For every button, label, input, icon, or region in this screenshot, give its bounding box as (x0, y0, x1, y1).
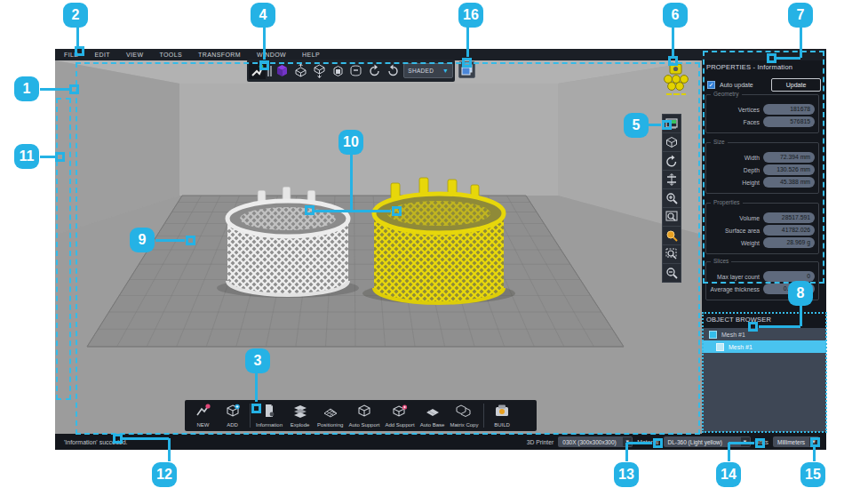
add-button[interactable]: ADD (218, 402, 247, 429)
zoom-region-icon[interactable] (662, 244, 681, 264)
front-view-icon[interactable] (330, 62, 346, 79)
width-value: 72.394 mm (763, 152, 815, 163)
vertices-value: 181678 (763, 104, 815, 115)
auto-base-button[interactable]: Auto Base (418, 402, 448, 429)
mesh-visibility-checkbox[interactable] (716, 343, 724, 351)
chevron-down-icon[interactable]: ▼ (741, 437, 750, 446)
weight-label: Weight (741, 240, 760, 246)
callout-line (40, 156, 55, 158)
chevron-down-icon[interactable]: ▼ (623, 437, 632, 446)
mesh-visibility-checkbox[interactable] (709, 331, 717, 339)
move-icon[interactable] (662, 170, 681, 189)
depth-value: 130.526 mm (763, 164, 815, 175)
chevron-down-icon: ▼ (442, 68, 449, 74)
callout-badge-6: 6 (663, 3, 688, 28)
printer-dropdown[interactable]: 030X (300x300x300) ▼ (558, 436, 633, 447)
matrix-copy-button[interactable]: Matrix Copy (447, 402, 481, 429)
view-cube-icon[interactable] (662, 132, 681, 152)
view-toolbar: SHADED ▼ (247, 60, 455, 82)
callout-badge-7: 7 (788, 3, 813, 28)
information-button[interactable]: Information (253, 402, 285, 429)
toolbar-separator (483, 404, 484, 428)
add-support-button[interactable]: Add Support (382, 402, 417, 429)
auto-update-label: Auto update (720, 82, 771, 88)
rotate-cw-view-icon[interactable] (385, 62, 402, 79)
zoom-window-icon[interactable] (662, 207, 681, 227)
zoom-highlight-icon[interactable] (662, 226, 681, 245)
toolbar-separator (250, 404, 251, 428)
callout-badge-2: 2 (63, 3, 88, 28)
scene-canvas (55, 60, 702, 434)
material-status-icon (659, 62, 691, 98)
room-back-wall (179, 84, 558, 196)
material-dropdown[interactable]: DL-360 (Light yellow) ▼ (664, 436, 751, 447)
menu-transform[interactable]: TRANSFORM (198, 52, 241, 58)
average-thickness-label: Average thickness (711, 286, 760, 292)
callout-badge-12: 12 (152, 462, 177, 487)
menu-tools[interactable]: TOOLS (159, 52, 182, 58)
slices-group: Slices Max layer count 0 Average thickne… (705, 261, 819, 300)
surface-area-label: Surface area (725, 228, 760, 234)
properties-panel: PROPERTIES - Information ✓ Auto update U… (702, 60, 826, 434)
geometry-group: Geometry Vertices 181678 Faces 576815 (705, 94, 819, 133)
status-bar: 'Information' succeded. 3D Printer 030X … (55, 434, 826, 450)
chevron-down-icon[interactable]: ▼ (809, 437, 818, 446)
iso-view-icon[interactable] (274, 62, 291, 79)
max-layer-count-label: Max layer count (717, 274, 760, 280)
faces-label: Faces (743, 119, 760, 125)
callout-badge-1: 1 (14, 76, 39, 101)
menu-view[interactable]: VIEW (126, 52, 144, 58)
width-label: Width (745, 155, 760, 161)
positioning-button[interactable]: Positioning (315, 402, 346, 429)
printer-label: 3D Printer (527, 439, 554, 445)
fit-object-icon[interactable] (662, 114, 681, 133)
actions-toolbar: NEW ADD Information Explode Positioning … (185, 400, 537, 431)
update-button[interactable]: Update (771, 78, 821, 92)
menu-window[interactable]: WINDOW (257, 52, 286, 58)
units-label: Units (755, 439, 769, 445)
status-message: 'Information' succeded. (64, 439, 128, 445)
auto-support-button[interactable]: Auto Support (346, 402, 382, 429)
average-thickness-value: 0.000 mm (763, 284, 815, 294)
material-label: Material (637, 439, 658, 445)
view-tools-sidebar (662, 114, 682, 282)
rotate-icon[interactable] (662, 151, 681, 171)
toolbar-divider-toggle[interactable] (267, 64, 272, 77)
top-view-icon[interactable] (292, 62, 309, 79)
callout-badge-14: 14 (716, 462, 741, 487)
menu-help[interactable]: HELP (302, 52, 320, 58)
zoom-in-icon[interactable] (662, 188, 681, 208)
zoom-out-icon[interactable] (662, 263, 681, 283)
callout-badge-15: 15 (800, 462, 825, 487)
explode-button[interactable]: Explode (285, 402, 315, 429)
rotate-ccw-view-icon[interactable] (366, 62, 383, 79)
units-dropdown[interactable]: Millimeters ▼ (773, 436, 819, 447)
faces-value: 576815 (763, 116, 815, 127)
snapshot-icon[interactable] (458, 61, 475, 78)
volume-value: 28517.591 mm^3 (763, 212, 815, 223)
height-value: 45.388 mm (763, 177, 815, 188)
new-button[interactable]: NEW (188, 402, 218, 429)
auto-update-checkbox[interactable]: ✓ (707, 81, 715, 89)
object-browser-item-selected[interactable]: Mesh #1 (702, 340, 826, 353)
build-button[interactable]: BUILD (487, 402, 516, 429)
callout-badge-16: 16 (458, 3, 483, 28)
vertices-label: Vertices (738, 107, 760, 113)
bottom-view-icon[interactable] (311, 62, 328, 79)
volume-label: Volume (739, 215, 760, 221)
menu-file[interactable]: FILE (64, 52, 78, 58)
render-mode-value: SHADED (408, 68, 434, 74)
screenshot-root: FILE EDIT VIEW TOOLS TRANSFORM WINDOW HE… (0, 0, 868, 496)
auto-update-row: ✓ Auto update Update (707, 78, 821, 92)
fit-screen-icon[interactable] (249, 62, 266, 79)
depth-label: Depth (744, 167, 760, 173)
viewport-3d[interactable] (55, 60, 702, 434)
menu-edit[interactable]: EDIT (94, 52, 110, 58)
object-browser-item[interactable]: Mesh #1 (702, 328, 826, 340)
back-view-icon[interactable] (348, 62, 365, 79)
render-mode-dropdown[interactable]: SHADED ▼ (403, 63, 453, 78)
callout-badge-4: 4 (251, 3, 275, 28)
callout-badge-13: 13 (614, 462, 639, 487)
height-label: Height (742, 180, 760, 186)
object-browser-title: OBJECT BROWSER (706, 316, 771, 324)
